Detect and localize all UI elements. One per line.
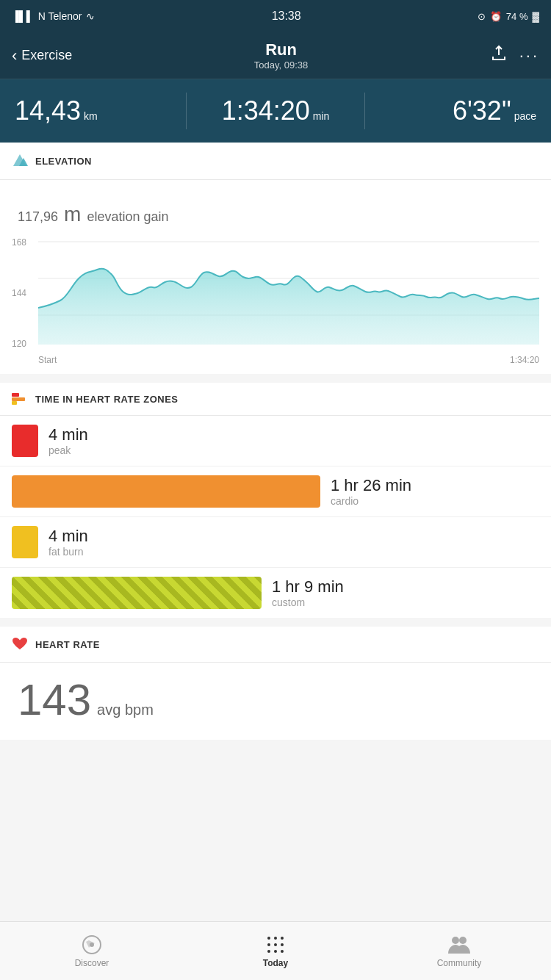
zone-custom-time: 1 hr 9 min xyxy=(272,577,344,597)
zone-peak: 4 min peak xyxy=(0,416,551,466)
zone-fatburn: 4 min fat burn xyxy=(0,517,551,568)
duration-stat: 1:34:20min xyxy=(194,96,358,126)
hr-zones-header: TIME IN HEART RATE ZONES xyxy=(0,383,551,416)
chart-end-label: 1:34:20 xyxy=(510,355,539,365)
elevation-section: ELEVATION 117,96melevation gain 168 144 … xyxy=(0,143,551,374)
distance-value: 14,43km xyxy=(15,96,179,126)
zone-peak-color xyxy=(12,425,38,457)
status-left: ▐▌▌ N Telenor ∿ xyxy=(12,10,95,22)
status-time: 13:38 xyxy=(272,10,301,23)
location-icon: ⊙ xyxy=(478,11,486,22)
battery-icon: ▓ xyxy=(533,11,539,22)
distance-stat: 14,43km xyxy=(15,96,179,126)
zone-custom-bar xyxy=(12,577,262,609)
wifi-icon: ∿ xyxy=(86,10,95,22)
heart-rate-value: 143avg bpm xyxy=(0,663,551,740)
run-title: Run xyxy=(254,40,308,60)
zone-fatburn-info: 4 min fat burn xyxy=(48,527,539,558)
status-bar: ▐▌▌ N Telenor ∿ 13:38 ⊙ ⏰ 74 % ▓ xyxy=(0,0,551,32)
heart-rate-header: HEART RATE xyxy=(0,627,551,663)
chart-y-labels: 168 144 120 xyxy=(12,234,26,352)
hr-zones-title: TIME IN HEART RATE ZONES xyxy=(35,394,178,405)
elevation-header: ELEVATION xyxy=(0,143,551,180)
zone-peak-label: peak xyxy=(48,444,539,456)
hr-zones-section: TIME IN HEART RATE ZONES 4 min peak 1 hr… xyxy=(0,383,551,618)
signal-icon: ▐▌▌ xyxy=(12,10,34,22)
zone-fatburn-label: fat burn xyxy=(48,546,539,558)
svg-rect-6 xyxy=(12,397,25,401)
zone-cardio-bar xyxy=(12,475,320,508)
zone-peak-time: 4 min xyxy=(48,425,539,444)
heart-rate-title: HEART RATE xyxy=(35,639,100,650)
nav-bar: ‹ Exercise Run Today, 09:38 ··· xyxy=(0,32,551,79)
run-subtitle: Today, 09:38 xyxy=(254,60,308,71)
pace-stat: 6'32"pace xyxy=(372,96,536,126)
chart-start-label: Start xyxy=(38,355,57,365)
zone-fatburn-time: 4 min xyxy=(48,527,539,546)
carrier-name: N Telenor xyxy=(38,10,82,22)
zone-custom-info: 1 hr 9 min custom xyxy=(272,577,344,608)
elevation-icon xyxy=(12,153,28,169)
zone-peak-info: 4 min peak xyxy=(48,425,539,456)
back-label[interactable]: Exercise xyxy=(21,48,72,63)
battery-text: 74 % xyxy=(506,11,528,22)
zone-cardio: 1 hr 26 min cardio xyxy=(0,466,551,517)
zone-custom-label: custom xyxy=(272,597,344,608)
stats-row: 14,43km 1:34:20min 6'32"pace xyxy=(0,79,551,143)
nav-actions: ··· xyxy=(490,45,539,67)
nav-title: Run Today, 09:38 xyxy=(254,40,308,71)
zone-cardio-label: cardio xyxy=(331,495,411,507)
more-icon[interactable]: ··· xyxy=(519,46,539,65)
status-right: ⊙ ⏰ 74 % ▓ xyxy=(478,11,539,22)
zone-cardio-time: 1 hr 26 min xyxy=(331,476,411,495)
heart-rate-section: HEART RATE 143avg bpm xyxy=(0,627,551,740)
chart-container: 168 144 120 xyxy=(12,234,539,352)
elevation-value: 117,96melevation gain xyxy=(0,180,551,234)
elevation-chart: 168 144 120 xyxy=(0,234,551,374)
alarm-icon: ⏰ xyxy=(490,11,502,22)
zones-icon xyxy=(12,393,28,405)
heart-icon xyxy=(12,637,28,652)
zone-fatburn-color xyxy=(12,526,38,558)
duration-value: 1:34:20min xyxy=(194,96,358,126)
stat-divider-1 xyxy=(186,93,187,129)
svg-rect-7 xyxy=(12,401,17,405)
back-chevron-icon: ‹ xyxy=(12,46,17,65)
zone-custom: 1 hr 9 min custom xyxy=(0,568,551,618)
svg-rect-5 xyxy=(12,393,19,397)
stat-divider-2 xyxy=(364,93,365,129)
share-icon[interactable] xyxy=(490,45,508,67)
chart-svg xyxy=(38,234,539,355)
zone-cardio-info: 1 hr 26 min cardio xyxy=(331,476,411,507)
elevation-title: ELEVATION xyxy=(35,156,92,167)
back-button[interactable]: ‹ Exercise xyxy=(12,46,72,65)
pace-value: 6'32"pace xyxy=(372,96,536,126)
